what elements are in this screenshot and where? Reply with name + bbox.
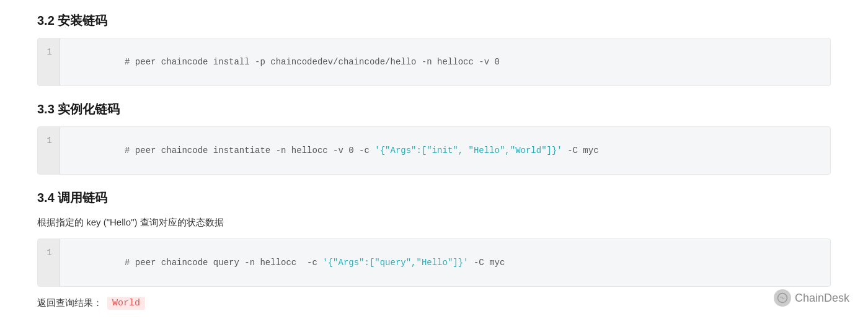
code-hash-3: #	[125, 258, 135, 268]
result-label: 返回查询结果：	[37, 297, 102, 309]
code-string-1: '{"Args":["init", "Hello","World"]}'	[374, 146, 562, 155]
code-text: peer chaincode install -p chaincodedev/c…	[135, 57, 500, 67]
code-text-2: peer chaincode instantiate -n hellocc -v…	[135, 146, 374, 155]
line-number-3: 1	[38, 239, 60, 286]
code-block-instantiate: 1 # peer chaincode instantiate -n helloc…	[37, 126, 831, 175]
section-3-4-description: 根据指定的 key ("Hello") 查询对应的状态数据	[37, 215, 831, 230]
result-value: World	[107, 297, 145, 310]
section-3-2-title: 3.2 安装链码	[37, 12, 831, 29]
code-content-install[interactable]: # peer chaincode install -p chaincodedev…	[60, 38, 830, 85]
section-3-4: 3.4 调用链码 根据指定的 key ("Hello") 查询对应的状态数据 1…	[37, 190, 831, 310]
watermark-icon	[774, 289, 791, 307]
code-text-4: peer chaincode query -n hellocc -c	[135, 258, 322, 268]
section-3-3-title: 3.3 实例化链码	[37, 101, 831, 118]
watermark: ChainDesk	[774, 289, 849, 307]
code-block-install: 1 # peer chaincode install -p chaincoded…	[37, 38, 831, 86]
code-hash: #	[125, 57, 135, 67]
result-line: 返回查询结果： World	[37, 297, 831, 310]
line-number-1: 1	[38, 38, 60, 85]
line-number-2: 1	[38, 127, 60, 174]
page-container: 3.2 安装链码 1 # peer chaincode install -p c…	[0, 0, 868, 319]
code-hash-2: #	[125, 146, 135, 155]
watermark-label: ChainDesk	[795, 292, 849, 305]
section-3-4-title: 3.4 调用链码	[37, 190, 831, 206]
section-3-2: 3.2 安装链码 1 # peer chaincode install -p c…	[37, 12, 831, 86]
code-block-query: 1 # peer chaincode query -n hellocc -c '…	[37, 238, 831, 287]
code-content-instantiate[interactable]: # peer chaincode instantiate -n hellocc …	[60, 127, 830, 174]
code-content-query[interactable]: # peer chaincode query -n hellocc -c '{"…	[60, 239, 830, 286]
code-string-2: '{"Args":["query","Hello"]}'	[322, 258, 468, 268]
code-text-3: -C myc	[562, 146, 599, 155]
code-text-5: -C myc	[469, 258, 505, 268]
section-3-3: 3.3 实例化链码 1 # peer chaincode instantiate…	[37, 101, 831, 175]
